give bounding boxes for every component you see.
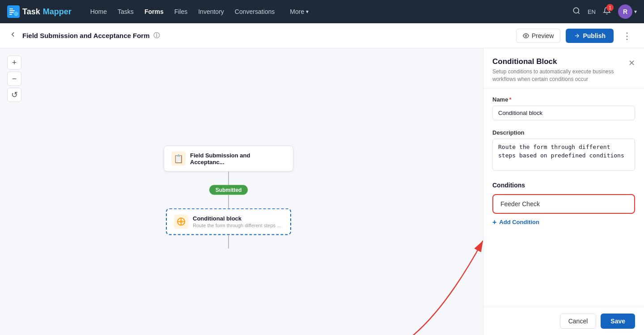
panel-subtitle: Setup conditions to automatically execut… [492, 68, 618, 83]
name-field-row: Name* [492, 96, 635, 120]
description-field-row: Description [492, 129, 635, 173]
name-label: Name* [492, 96, 635, 103]
logo-mapper: Mapper [43, 7, 72, 17]
page-title: Field Submission and Acceptance Form ⓘ [22, 32, 511, 40]
submitted-badge: Submitted [209, 185, 248, 195]
info-icon: ⓘ [153, 32, 160, 40]
svg-rect-1 [9, 8, 13, 9]
chevron-down-icon: ▾ [306, 8, 309, 15]
preview-button[interactable]: Preview [516, 29, 561, 43]
name-input[interactable] [492, 106, 635, 120]
conditions-section: Conditions Feeder Check + Add Condition [492, 182, 635, 226]
panel-header-text: Conditional Block Setup conditions to au… [492, 57, 618, 83]
nav-tasks[interactable]: Tasks [113, 5, 138, 18]
back-button[interactable] [9, 30, 17, 41]
close-icon[interactable]: ✕ [628, 58, 635, 68]
form-node-icon: 📋 [171, 151, 186, 165]
conditions-label: Conditions [492, 182, 635, 189]
conditional-node-icon [174, 214, 188, 229]
language-selector[interactable]: EN [588, 8, 596, 15]
more-options-button[interactable]: ⋮ [619, 29, 635, 43]
condition-feeder-check[interactable]: Feeder Check [492, 194, 635, 214]
save-button[interactable]: Save [601, 314, 635, 329]
zoom-in-button[interactable]: + [7, 55, 21, 70]
svg-rect-4 [9, 14, 12, 15]
search-icon[interactable] [572, 7, 580, 17]
chevron-down-icon: ▾ [634, 8, 637, 15]
side-panel: Conditional Block Setup conditions to au… [483, 48, 644, 335]
nav-files[interactable]: Files [170, 5, 192, 18]
svg-line-7 [578, 12, 579, 13]
add-condition-label: Add Condition [499, 219, 539, 225]
conditional-node-title: Conditional block [193, 215, 281, 222]
flow-connector-3 [228, 235, 229, 248]
condition-name: Feeder Check [500, 200, 627, 208]
nav-right: EN 1 R ▾ [572, 4, 637, 19]
zoom-controls: + − ↺ [7, 55, 21, 102]
svg-point-5 [14, 12, 18, 16]
zoom-reset-button[interactable]: ↺ [7, 88, 21, 102]
description-label: Description [492, 129, 635, 136]
svg-rect-0 [7, 5, 20, 18]
main-area: + − ↺ 📋 Field Submission and Acceptanc..… [0, 48, 644, 335]
more-dropdown[interactable]: More ▾ [290, 8, 309, 15]
flow-diagram: 📋 Field Submission and Acceptanc... Subm… [164, 145, 293, 248]
panel-body: Name* Description Conditions Feeder Chec… [483, 89, 644, 307]
required-marker: * [509, 96, 511, 103]
svg-point-8 [525, 35, 527, 37]
toolbar: Field Submission and Acceptance Form ⓘ P… [0, 23, 644, 48]
nav-home[interactable]: Home [86, 5, 111, 18]
logo-task: Task [22, 7, 40, 17]
form-node-title: Field Submission and Acceptanc... [190, 152, 286, 165]
zoom-out-button[interactable]: − [7, 72, 21, 86]
form-node[interactable]: 📋 Field Submission and Acceptanc... [164, 145, 293, 171]
nav-forms[interactable]: Forms [140, 5, 168, 18]
conditional-node-subtitle: Route the form through different steps .… [193, 223, 281, 228]
panel-title: Conditional Block [492, 57, 618, 66]
publish-button[interactable]: Publish [566, 29, 614, 43]
svg-rect-3 [9, 12, 14, 13]
flow-connector-1 [228, 171, 229, 185]
plus-icon: + [492, 218, 496, 226]
user-avatar[interactable]: R ▾ [618, 4, 637, 19]
navbar: TaskMapper Home Tasks Forms Files Invent… [0, 0, 644, 23]
cancel-button[interactable]: Cancel [560, 314, 597, 329]
notifications-button[interactable]: 1 [603, 7, 611, 17]
nav-inventory[interactable]: Inventory [194, 5, 229, 18]
nav-conversations[interactable]: Conversations [230, 5, 280, 18]
add-condition-button[interactable]: + Add Condition [492, 218, 635, 226]
avatar: R [618, 4, 632, 19]
notification-badge: 1 [606, 4, 614, 11]
more-label: More [290, 8, 304, 15]
flow-connector-2 [228, 195, 229, 208]
logo: TaskMapper [7, 5, 72, 18]
panel-footer: Cancel Save [483, 307, 644, 335]
main-nav: Home Tasks Forms Files Inventory Convers… [86, 5, 280, 18]
svg-rect-2 [9, 10, 15, 11]
canvas: + − ↺ 📋 Field Submission and Acceptanc..… [0, 48, 483, 335]
description-textarea[interactable] [492, 139, 635, 171]
svg-point-6 [573, 8, 579, 13]
panel-header: Conditional Block Setup conditions to au… [483, 48, 644, 89]
conditional-node[interactable]: Conditional block Route the form through… [166, 208, 291, 235]
